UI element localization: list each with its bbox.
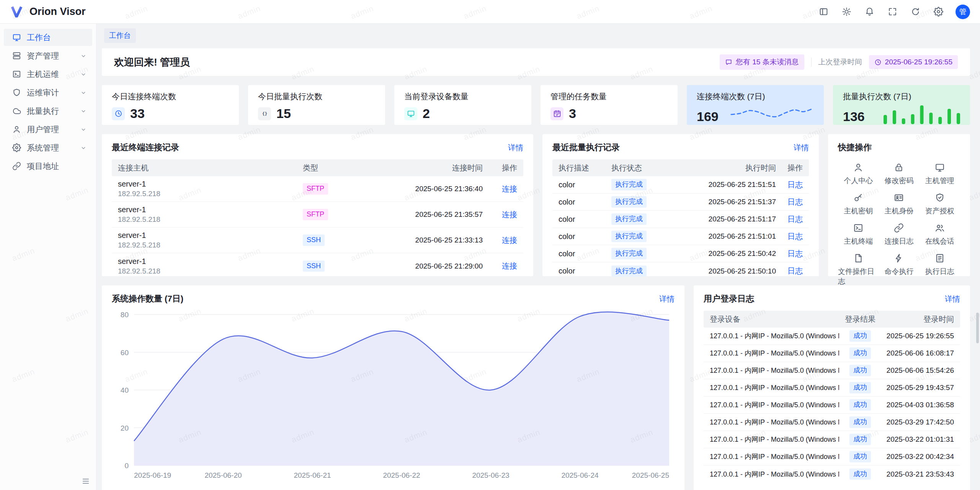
terminal-records-panel: 最近终端连接记录 详情 连接主机 类型 连接时间 操作 [102, 134, 533, 276]
login-time: 2025-03-21 23:53:43 [881, 470, 954, 479]
user-icon [12, 125, 21, 134]
host-ip: 182.92.5.218 [118, 241, 303, 249]
sidebar-item[interactable]: 资产管理 [4, 47, 92, 64]
terminal-records-detail-link[interactable]: 详情 [508, 143, 523, 153]
login-result-badge: 成功 [849, 382, 871, 393]
last-login-label: 上次登录时间 [818, 57, 862, 67]
terminal-icon [12, 70, 21, 79]
sidebar-item[interactable]: 项目地址 [4, 157, 92, 175]
ops-chart-panel: 系统操作数量 (7日) 详情 0204060802025-06-192025-0… [102, 285, 684, 490]
theme-icon[interactable] [841, 6, 852, 18]
chevron-down-icon [80, 71, 87, 78]
quick-action[interactable]: 个人中心 [838, 162, 879, 186]
menu-fold-icon[interactable] [82, 477, 90, 485]
quick-action[interactable]: 命令执行 [879, 253, 919, 287]
cloud-icon [12, 107, 21, 115]
clock-icon [112, 107, 125, 120]
sidebar-item[interactable]: 系统管理 [4, 139, 92, 156]
quick-action[interactable]: 主机终端 [838, 223, 879, 246]
quick-action[interactable]: 执行日志 [920, 253, 960, 287]
layout-icon[interactable] [818, 6, 829, 18]
exec-desc: color [559, 215, 611, 224]
quick-action[interactable]: 主机管理 [920, 162, 960, 186]
type-badge: SSH [303, 261, 325, 272]
user-avatar[interactable]: 管 [956, 5, 970, 19]
user-icon [853, 162, 863, 172]
exec-records-detail-link[interactable]: 详情 [794, 143, 809, 153]
fullscreen-icon[interactable] [887, 6, 898, 18]
page-scrollbar[interactable] [976, 313, 979, 343]
login-logs-detail-link[interactable]: 详情 [945, 294, 960, 304]
sidebar: 工作台 资产管理 主机运维 运维审计 [0, 24, 96, 490]
stat-card-terminal-7d: 连接终端次数 (7日) 169 [687, 85, 824, 125]
login-device: 127.0.0.1 - 内网IP - Mozilla/5.0 (Windows … [710, 331, 839, 341]
login-result-badge: 成功 [849, 365, 871, 376]
exec-desc: color [559, 232, 611, 241]
login-device: 127.0.0.1 - 内网IP - Mozilla/5.0 (Windows … [710, 349, 839, 358]
table-row: 127.0.0.1 - 内网IP - Mozilla/5.0 (Windows … [704, 379, 960, 397]
svg-text:2025-06-22: 2025-06-22 [383, 471, 420, 479]
quick-action[interactable]: 文件操作日志 [838, 253, 879, 287]
quick-action[interactable]: 连接日志 [879, 223, 919, 246]
log-link[interactable]: 日志 [787, 215, 803, 223]
logo-icon [10, 5, 24, 18]
login-time: 2025-05-29 19:43:57 [881, 383, 954, 392]
quick-action[interactable]: 修改密码 [879, 162, 919, 186]
connect-link[interactable]: 连接 [502, 262, 517, 270]
log-link[interactable]: 日志 [787, 232, 803, 241]
table-row: 127.0.0.1 - 内网IP - Mozilla/5.0 (Windows … [704, 431, 960, 448]
chevron-down-icon [80, 126, 87, 133]
svg-text:2025-06-20: 2025-06-20 [204, 471, 242, 479]
sidebar-item[interactable]: 运维审计 [4, 84, 92, 101]
table-row: 127.0.0.1 - 内网IP - Mozilla/5.0 (Windows … [704, 397, 960, 414]
stat-card-exec-today: 今日批量执行次数 {} 15 [248, 85, 385, 125]
login-time: 2025-06-06 15:54:26 [881, 366, 954, 375]
log-link[interactable]: 日志 [787, 249, 803, 258]
type-badge: SFTP [303, 183, 328, 195]
table-row: server-1 182.92.5.218 SSH 2025-06-25 21:… [112, 253, 523, 279]
breadcrumb-item[interactable]: 工作台 [104, 28, 136, 43]
svg-text:2025-06-21: 2025-06-21 [294, 471, 331, 479]
unread-messages-chip[interactable]: 您有 15 条未读消息 [720, 54, 804, 70]
connect-time: 2025-06-25 21:36:40 [360, 185, 483, 193]
users-icon [935, 223, 945, 233]
panel-title: 系统操作数量 (7日) [112, 293, 183, 305]
log-link[interactable]: 日志 [787, 267, 803, 275]
refresh-icon[interactable] [910, 6, 921, 18]
login-result-badge: 成功 [849, 416, 871, 428]
bottom-row: 系统操作数量 (7日) 详情 0204060802025-06-192025-0… [102, 285, 970, 490]
settings-icon[interactable] [933, 6, 944, 18]
connect-link[interactable]: 连接 [502, 185, 517, 193]
sidebar-item[interactable]: 主机运维 [4, 66, 92, 83]
quick-action[interactable]: 资产授权 [920, 193, 960, 216]
exec-desc: color [559, 267, 611, 275]
exec-records-table: 执行描述 执行状态 执行时间 操作 color 执行完成 2025-06-25 … [552, 159, 809, 280]
exec-status-badge: 执行完成 [611, 213, 647, 225]
panel-title: 快捷操作 [838, 142, 872, 153]
svg-text:2025-06-25: 2025-06-25 [632, 471, 669, 479]
log-link[interactable]: 日志 [787, 198, 803, 206]
app-header: Orion Visor 管 [0, 0, 980, 24]
quick-action[interactable]: 主机身份 [879, 193, 919, 216]
quick-action[interactable]: 主机密钥 [838, 193, 879, 216]
shieldcheck-icon [935, 193, 945, 203]
lock-icon [894, 162, 904, 172]
gear-icon [12, 143, 21, 152]
sidebar-item[interactable]: 用户管理 [4, 121, 92, 138]
exec-status-badge: 执行完成 [611, 179, 647, 190]
connect-link[interactable]: 连接 [502, 236, 517, 244]
sidebar-item[interactable]: 批量执行 [4, 102, 92, 120]
quick-action[interactable]: 在线会话 [920, 223, 960, 246]
table-row: color 执行完成 2025-06-25 21:50:10 日志 [552, 262, 809, 280]
exec-records-panel: 最近批量执行记录 详情 执行描述 执行状态 执行时间 操作 color [542, 134, 819, 276]
table-row: color 执行完成 2025-06-25 21:50:42 日志 [552, 245, 809, 262]
connect-link[interactable]: 连接 [502, 210, 517, 219]
log-link[interactable]: 日志 [787, 180, 803, 189]
sidebar-item[interactable]: 工作台 [4, 29, 92, 46]
stat-card-terminal-today: 今日连接终端次数 33 [102, 85, 239, 125]
notification-icon[interactable] [864, 6, 875, 18]
type-badge: SFTP [303, 209, 328, 220]
login-time: 2025-04-03 01:36:58 [881, 401, 954, 409]
login-time: 2025-06-06 16:08:17 [881, 349, 954, 357]
ops-chart-detail-link[interactable]: 详情 [659, 294, 675, 304]
